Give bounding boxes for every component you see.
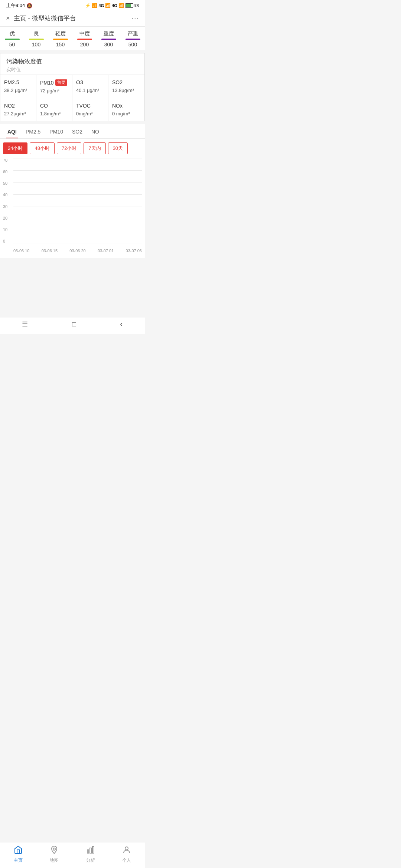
scale-value: 200 xyxy=(80,42,89,47)
y-axis-label: 10 xyxy=(3,227,12,232)
pollutant-value: 72 μg/m³ xyxy=(40,88,68,93)
scale-value: 150 xyxy=(56,42,65,47)
scale-item: 良 100 xyxy=(29,30,44,47)
chart-bars xyxy=(13,158,142,243)
android-back-button[interactable]: ‹ xyxy=(120,319,123,329)
battery-fill xyxy=(126,4,131,7)
pollutant-value: 0 mg/m³ xyxy=(112,111,141,116)
pollutant-cell: SO2 13.8μg/m³ xyxy=(108,75,144,98)
section-title: 污染物浓度值 xyxy=(6,58,138,66)
pollutant-value: 27.2μg/m³ xyxy=(4,111,32,116)
status-time: 上午9:04 xyxy=(6,2,25,9)
pollutant-value: 40.1 μg/m³ xyxy=(76,88,104,93)
scale-bar xyxy=(125,39,140,40)
pollutant-name: PM2.5 xyxy=(4,79,32,85)
x-axis-label: 03-07 06 xyxy=(126,249,142,253)
time-filter-3[interactable]: 7天内 xyxy=(84,142,105,154)
scale-label: 良 xyxy=(34,30,39,37)
y-axis-label: 60 xyxy=(3,170,12,174)
scale-bar xyxy=(53,39,68,40)
pollutant-cell: O3 40.1 μg/m³ xyxy=(72,75,108,98)
pollutant-name: NO2 xyxy=(4,103,32,109)
time-filter-4[interactable]: 30天 xyxy=(108,142,128,154)
page-title: 主页 - 微型站微信平台 xyxy=(14,14,76,23)
time-filters: 24小时48小时72小时7天内30天 xyxy=(0,139,145,158)
status-right: ⚡ 📶 4G 📶 4G 📶 78 xyxy=(85,3,139,8)
nav-left: × 主页 - 微型站微信平台 xyxy=(6,14,76,23)
scale-label: 重度 xyxy=(104,30,114,37)
pollutant-value: 38.2 μg/m³ xyxy=(4,88,32,93)
pollutant-cell: CO 1.8mg/m³ xyxy=(36,98,72,121)
wifi-icon: 📶 xyxy=(118,3,124,8)
scale-item: 优 50 xyxy=(5,30,20,47)
time-filter-2[interactable]: 72小时 xyxy=(57,142,81,154)
signal-icon: 📶 xyxy=(92,3,97,8)
mute-icon: 🔕 xyxy=(26,3,32,9)
pollutant-value: 1.8mg/m³ xyxy=(40,111,68,116)
y-axis-label: 0 xyxy=(3,239,12,243)
pollutant-name: NOx xyxy=(112,103,141,109)
chart-tab-pm10[interactable]: PM10 xyxy=(45,124,68,138)
scale-label: 优 xyxy=(10,30,15,37)
signal-4g-1: 4G xyxy=(98,3,104,8)
status-bar: 上午9:04 🔕 ⚡ 📶 4G 📶 4G 📶 78 xyxy=(0,0,145,10)
battery-percent: 78 xyxy=(134,3,139,8)
chart-tab-so2[interactable]: SO2 xyxy=(68,124,87,138)
pollution-section: 污染物浓度值 实时值 PM2.5 38.2 μg/m³ PM10首要 72 μg… xyxy=(0,53,145,121)
bar-chart-wrapper: 010203040506070 03-06 1003-06 1503-06 20… xyxy=(0,158,145,258)
scale-item: 严重 500 xyxy=(125,30,140,47)
pollutant-cell: NO2 27.2μg/m³ xyxy=(0,98,36,121)
x-axis-label: 03-06 10 xyxy=(13,249,29,253)
pollutant-grid: PM2.5 38.2 μg/m³ PM10首要 72 μg/m³ O3 40.1… xyxy=(0,75,144,121)
y-axis-label: 40 xyxy=(3,193,12,197)
scale-label: 严重 xyxy=(128,30,138,37)
scale-bar xyxy=(77,39,92,40)
scale-value: 50 xyxy=(9,42,15,47)
chart-tab-pm2.5[interactable]: PM2.5 xyxy=(21,124,45,138)
pollutant-cell: TVOC 0mg/m³ xyxy=(72,98,108,121)
close-button[interactable]: × xyxy=(6,14,10,22)
section-header: 污染物浓度值 实时值 xyxy=(0,53,144,75)
chart-section: AQIPM2.5PM10SO2NO 24小时48小时72小时7天内30天 010… xyxy=(0,124,145,258)
scale-bar xyxy=(5,39,20,40)
signal-icon-2: 📶 xyxy=(105,3,111,8)
battery-icon xyxy=(125,3,133,8)
chart-tab-aqi[interactable]: AQI xyxy=(3,124,21,138)
chart-tab-no[interactable]: NO xyxy=(87,124,104,138)
scale-label: 轻度 xyxy=(55,30,66,37)
section-subtitle: 实时值 xyxy=(6,66,138,73)
y-axis-label: 70 xyxy=(3,158,12,162)
signal-4g-2: 4G xyxy=(112,3,117,8)
scale-value: 100 xyxy=(32,42,40,47)
time-filter-1[interactable]: 48小时 xyxy=(30,142,54,154)
x-axis: 03-06 1003-06 1503-06 2003-07 0103-07 06 xyxy=(13,244,142,254)
scale-value: 300 xyxy=(104,42,113,47)
scale-item: 轻度 150 xyxy=(53,30,68,47)
pollutant-name: SO2 xyxy=(112,79,141,85)
pollutant-name: O3 xyxy=(76,79,104,85)
time-filter-0[interactable]: 24小时 xyxy=(3,142,27,154)
pollutant-value: 13.8μg/m³ xyxy=(112,88,141,93)
pollutant-cell: PM10首要 72 μg/m³ xyxy=(36,75,72,98)
android-menu-button[interactable]: ☰ xyxy=(22,320,28,328)
pollutant-value: 0mg/m³ xyxy=(76,111,104,116)
nav-bar: × 主页 - 微型站微信平台 ··· xyxy=(0,10,145,27)
y-axis: 010203040506070 xyxy=(3,158,12,243)
bar-chart: 010203040506070 03-06 1003-06 1503-06 20… xyxy=(3,158,142,254)
y-axis-label: 20 xyxy=(3,216,12,220)
pollutant-cell: PM2.5 38.2 μg/m³ xyxy=(0,75,36,98)
android-nav-bar: ☰ □ ‹ xyxy=(0,318,145,334)
pollutant-name: PM10首要 xyxy=(40,79,68,86)
scale-value: 500 xyxy=(128,42,137,47)
more-button[interactable]: ··· xyxy=(131,14,139,23)
scale-label: 中度 xyxy=(79,30,90,37)
android-home-button[interactable]: □ xyxy=(72,320,76,328)
pollutant-name: CO xyxy=(40,103,68,109)
chart-tabs: AQIPM2.5PM10SO2NO xyxy=(0,124,145,139)
bluetooth-icon: ⚡ xyxy=(85,3,91,8)
y-axis-label: 30 xyxy=(3,204,12,209)
aqi-scale-bar: 优 50 良 100 轻度 150 中度 200 重度 300 严重 500 xyxy=(0,27,145,50)
x-axis-label: 03-07 01 xyxy=(98,249,114,253)
scale-bar xyxy=(101,39,116,40)
pollutant-cell: NOx 0 mg/m³ xyxy=(108,98,144,121)
